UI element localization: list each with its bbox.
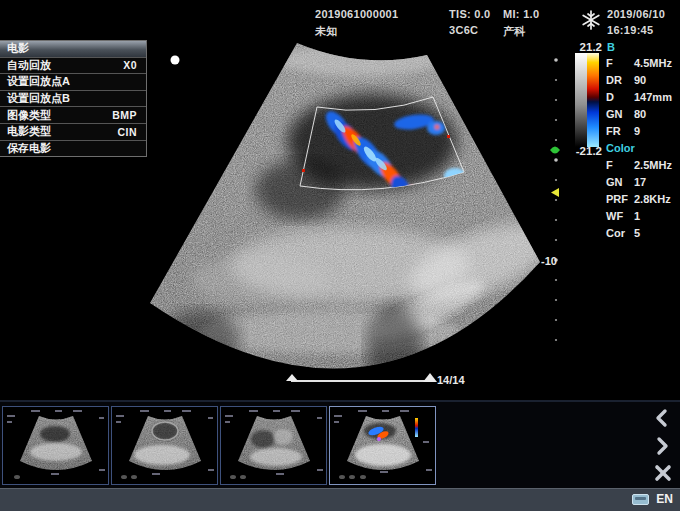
thumbnail-4-selected[interactable]: [329, 406, 436, 485]
mi-value: MI: 1.0: [503, 8, 539, 20]
thumbnails-next-button[interactable]: [653, 436, 675, 458]
param-row: DR90: [606, 74, 672, 91]
grayscale-colorbar: [575, 53, 587, 147]
thumbnail-image: [221, 407, 326, 484]
tis-value: TIS: 0.0: [449, 8, 491, 20]
thumbnail-image: [3, 407, 108, 484]
param-row: WF1: [606, 210, 672, 227]
param-row: PRF2.8KHz: [606, 193, 672, 210]
menu-item-value: CIN: [117, 126, 137, 138]
input-language-indicator[interactable]: EN: [656, 492, 673, 506]
menu-item-label: 电影: [7, 41, 29, 56]
menu-item-set-point-a[interactable]: 设置回放点A: [0, 74, 146, 91]
depth-marker-label: -10: [541, 255, 557, 267]
menu-item-auto-replay[interactable]: 自动回放 X0: [0, 58, 146, 75]
color-mode-params: F2.5MHz GN17 PRF2.8KHz WF1 Cor5: [606, 159, 672, 244]
cine-slider-handle[interactable]: [423, 373, 437, 382]
param-row: GN80: [606, 108, 672, 125]
doppler-edge-speck: [302, 169, 305, 172]
doppler-colorbar: [587, 53, 599, 147]
menu-item-save-cine[interactable]: 保存电影: [0, 141, 146, 157]
date-value: 2019/06/10: [607, 8, 665, 20]
b-mode-label: B: [607, 41, 615, 53]
frame-counter: 14/14: [437, 374, 465, 386]
color-mode-label: Color: [606, 142, 635, 154]
param-row: FR9: [606, 125, 672, 142]
menu-item-cine[interactable]: 电影: [0, 41, 146, 58]
thumbnail-3[interactable]: [220, 406, 327, 485]
param-row: Cor5: [606, 227, 672, 244]
focus-marker-icon[interactable]: [551, 188, 559, 197]
x-mark-icon: [653, 463, 673, 483]
probe-model: 3C6C: [449, 24, 478, 36]
menu-item-image-type[interactable]: 图像类型 BMP: [0, 107, 146, 124]
patient-id: 2019061000001: [315, 8, 398, 20]
chevron-left-icon: [653, 408, 671, 428]
menu-item-label: 设置回放点A: [7, 74, 70, 89]
param-row: D147mm: [606, 91, 672, 108]
chevron-right-icon: [653, 436, 671, 456]
doppler-edge-speck: [447, 135, 450, 138]
menu-item-value: BMP: [112, 109, 137, 121]
thumbnail-2[interactable]: [111, 406, 218, 485]
velocity-scale-min: -21.2: [550, 145, 602, 157]
cine-progress-track[interactable]: [291, 380, 430, 382]
status-bar: EN: [0, 488, 680, 511]
cine-context-menu: 电影 自动回放 X0 设置回放点A 设置回放点B 图像类型 BMP 电影类型 C…: [0, 40, 147, 157]
thumbnail-image: [330, 407, 435, 484]
patient-name: 未知: [315, 24, 338, 39]
param-row: F2.5MHz: [606, 159, 672, 176]
keyboard-icon[interactable]: [632, 494, 649, 505]
depth-ruler: [554, 58, 558, 341]
param-row: F4.5MHz: [606, 57, 672, 74]
b-mode-sector: [150, 43, 561, 395]
top-info-bar: 2019061000001 TIS: 0.0 MI: 1.0 2019/06/1…: [0, 0, 680, 40]
cine-slider-start-marker[interactable]: [286, 374, 298, 381]
thumbnails-prev-button[interactable]: [653, 408, 675, 430]
ultrasound-workstation-screen: { "topbar": { "patient_id": "20190610000…: [0, 0, 680, 511]
menu-item-set-point-b[interactable]: 设置回放点B: [0, 91, 146, 108]
thumbnail-image: [112, 407, 217, 484]
velocity-scale-max: 21.2: [556, 41, 602, 53]
menu-item-label: 图像类型: [7, 108, 51, 123]
time-value: 16:19:45: [607, 24, 653, 36]
freeze-icon: [581, 8, 601, 36]
exam-mode: 产科: [503, 24, 526, 39]
menu-item-label: 设置回放点B: [7, 91, 70, 106]
menu-item-label: 电影类型: [7, 124, 51, 139]
probe-marker-dot: [171, 56, 180, 65]
menu-item-value: X0: [123, 59, 137, 71]
b-mode-params: F4.5MHz DR90 D147mm GN80 FR9: [606, 57, 672, 142]
menu-item-cine-type[interactable]: 电影类型 CIN: [0, 124, 146, 141]
menu-item-label: 保存电影: [7, 141, 51, 156]
param-row: GN17: [606, 176, 672, 193]
thumbnail-1[interactable]: [2, 406, 109, 485]
thumbnail-delete-button[interactable]: [653, 463, 675, 485]
thumbnail-strip: [0, 400, 680, 488]
menu-item-label: 自动回放: [7, 58, 51, 73]
